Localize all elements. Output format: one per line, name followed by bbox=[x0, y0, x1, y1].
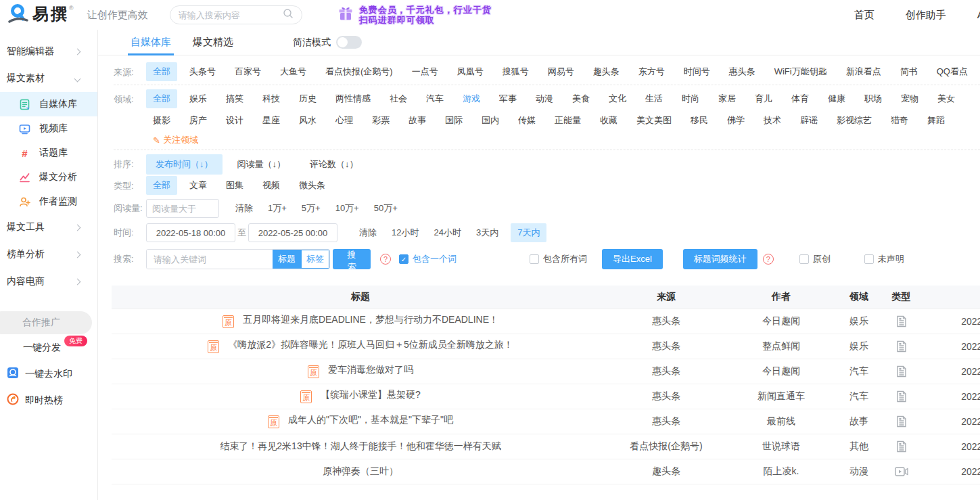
tab-viral-selection[interactable]: 爆文精选 bbox=[193, 30, 233, 55]
sort-option[interactable]: 发布时间（↓） bbox=[146, 154, 223, 175]
table-row[interactable]: 原 【缤瑞小课堂】悬架硬? 惠头条 新闻直通车 汽车 bbox=[112, 384, 980, 409]
article-title[interactable]: 爱车消毒您做对了吗 bbox=[328, 364, 413, 375]
logo[interactable]: 易撰 ® bbox=[8, 3, 74, 26]
source-option[interactable]: 全部 bbox=[146, 62, 177, 81]
article-author[interactable]: 世说球语 bbox=[727, 434, 835, 459]
domain-option[interactable]: 星座 bbox=[256, 111, 287, 130]
sidebar-item-content-ecommerce[interactable]: 内容电商 bbox=[0, 268, 97, 295]
domain-option[interactable]: 移民 bbox=[684, 111, 715, 130]
source-option[interactable]: 时间号 bbox=[677, 62, 717, 81]
source-option[interactable]: 趣头条 bbox=[586, 62, 626, 81]
domain-option[interactable]: 传媒 bbox=[511, 111, 542, 130]
domain-option[interactable]: 文化 bbox=[602, 89, 633, 108]
article-title[interactable]: 《嗨放派2》拟阵容曝光！原班人马回归＋5位新成员全新嗨放之旅！ bbox=[228, 339, 513, 350]
sidebar-item-one-key-distribute[interactable]: 一键分发 免费 bbox=[0, 334, 97, 361]
sidebar-item-viral-analysis[interactable]: 爆文分析 bbox=[0, 165, 97, 189]
domain-option[interactable]: 时尚 bbox=[675, 89, 706, 108]
search-by-tag-button[interactable]: 标签 bbox=[301, 250, 329, 269]
time-quick-link[interactable]: 7天内 bbox=[511, 223, 546, 242]
domain-option[interactable]: 家居 bbox=[711, 89, 743, 108]
domain-option[interactable]: 彩票 bbox=[365, 111, 396, 130]
sidebar-item-ranking-analysis[interactable]: 榜单分析 bbox=[0, 241, 97, 268]
article-title[interactable]: 成年人的"下次吧"，基本就是"下辈子"吧 bbox=[288, 414, 453, 425]
title-word-frequency-button[interactable]: 标题词频统计 bbox=[683, 249, 757, 269]
domain-option[interactable]: 职场 bbox=[858, 89, 889, 108]
source-option[interactable]: 一点号 bbox=[405, 62, 445, 81]
reads-quick-link[interactable]: 50万+ bbox=[371, 199, 400, 218]
article-author[interactable]: 今日趣闻 bbox=[727, 309, 835, 334]
domain-option[interactable]: 汽车 bbox=[419, 89, 450, 108]
follow-domain-link[interactable]: ✎ 关注领域 bbox=[153, 134, 980, 146]
sidebar-item-viral-material[interactable]: 爆文素材 bbox=[0, 65, 97, 92]
domain-option[interactable]: 国内 bbox=[475, 111, 506, 130]
source-option[interactable]: 凤凰号 bbox=[450, 62, 490, 81]
time-quick-link[interactable]: 24小时 bbox=[431, 223, 463, 242]
source-option[interactable]: WiFi万能钥匙 bbox=[768, 62, 834, 81]
domain-option[interactable]: 舞蹈 bbox=[920, 111, 952, 130]
tab-media-library[interactable]: 自媒体库 bbox=[131, 30, 171, 55]
reads-quick-link[interactable]: 10万+ bbox=[333, 199, 362, 218]
export-excel-button[interactable]: 导出Excel bbox=[602, 249, 663, 269]
sort-option[interactable]: 阅读量（↓） bbox=[228, 154, 296, 175]
domain-option[interactable]: 科技 bbox=[256, 89, 287, 108]
domain-option[interactable]: 佛学 bbox=[720, 111, 751, 130]
time-quick-link[interactable]: 3天内 bbox=[473, 223, 501, 242]
sidebar-item-watermark-remover[interactable]: 一键去水印 bbox=[0, 361, 97, 387]
article-title[interactable]: 原神弹奏（三叶） bbox=[323, 465, 398, 476]
header-search-input[interactable] bbox=[179, 10, 283, 20]
article-title[interactable]: 五月即将迎来月底DEADLINE，梦想与行动力不DEADLINE！ bbox=[243, 314, 498, 325]
domain-option[interactable]: 收藏 bbox=[593, 111, 624, 130]
article-author[interactable]: 最前线 bbox=[727, 409, 835, 434]
domain-option[interactable]: 历史 bbox=[292, 89, 323, 108]
table-row[interactable]: 原 《嗨放派2》拟阵容曝光！原班人马回归＋5位新成员全新嗨放之旅！ 惠头条 整点… bbox=[112, 334, 980, 359]
type-option[interactable]: 图集 bbox=[219, 176, 250, 195]
article-author[interactable]: 今日趣闻 bbox=[727, 359, 835, 384]
source-option[interactable]: 网易号 bbox=[541, 62, 581, 81]
source-option[interactable]: 百家号 bbox=[228, 62, 268, 81]
simple-mode-toggle[interactable] bbox=[336, 36, 362, 49]
contains-one-word-checkbox[interactable]: ✓ 包含一个词 bbox=[399, 253, 457, 265]
domain-option[interactable]: 摄影 bbox=[146, 111, 177, 130]
domain-option[interactable]: 两性情感 bbox=[329, 89, 377, 108]
domain-option[interactable]: 美女 bbox=[931, 89, 962, 108]
domain-option[interactable]: 生活 bbox=[638, 89, 670, 108]
help-icon[interactable]: ? bbox=[763, 254, 774, 265]
domain-option[interactable]: 美文美图 bbox=[630, 111, 678, 130]
domain-option[interactable]: 社会 bbox=[383, 89, 414, 108]
article-title[interactable]: 【缤瑞小课堂】悬架硬? bbox=[321, 389, 421, 400]
domain-option[interactable]: 搞笑 bbox=[219, 89, 250, 108]
time-quick-link[interactable]: 12小时 bbox=[389, 223, 421, 242]
sidebar-item-topic-library[interactable]: # 话题库 bbox=[0, 141, 97, 165]
reads-quick-link[interactable]: 5万+ bbox=[299, 199, 323, 218]
reads-quick-link[interactable]: 1万+ bbox=[265, 199, 289, 218]
table-row[interactable]: 原 结束了！再见2米13中锋！湖人终于能接手！他和霍华德一样有天赋 看点快报(企… bbox=[112, 434, 980, 459]
domain-option[interactable]: 国际 bbox=[438, 111, 469, 130]
type-option[interactable]: 视频 bbox=[256, 176, 287, 195]
source-option[interactable]: QQ看点 bbox=[930, 62, 975, 81]
contains-all-words-checkbox[interactable]: 包含所有词 bbox=[530, 253, 587, 265]
original-checkbox[interactable]: 原创 bbox=[799, 253, 831, 265]
nav-creation-assistant[interactable]: 创作助手 bbox=[906, 9, 946, 22]
domain-option[interactable]: 辟谣 bbox=[793, 111, 824, 130]
domain-option[interactable]: 健康 bbox=[821, 89, 852, 108]
domain-option[interactable]: 娱乐 bbox=[183, 89, 214, 108]
keyword-input[interactable] bbox=[147, 250, 273, 269]
domain-option[interactable]: 全部 bbox=[146, 89, 177, 108]
sidebar-item-viral-tools[interactable]: 爆文工具 bbox=[0, 214, 97, 241]
help-icon[interactable]: ? bbox=[380, 254, 391, 265]
source-option[interactable]: 简书 bbox=[893, 62, 925, 81]
source-option[interactable]: 惠头条 bbox=[722, 62, 762, 81]
time-quick-link[interactable]: 清除 bbox=[356, 223, 379, 242]
type-option[interactable]: 全部 bbox=[146, 176, 177, 195]
promo-banner[interactable]: 免费会员，千元礼包，行业干货 扫码进群即可领取 bbox=[337, 5, 492, 25]
source-option[interactable]: 搜狐号 bbox=[496, 62, 536, 81]
domain-option[interactable]: 游戏 bbox=[456, 89, 487, 108]
sidebar-item-realtime-hotlist[interactable]: 即时热榜 bbox=[0, 387, 97, 413]
domain-option[interactable]: 技术 bbox=[757, 111, 788, 130]
domain-option[interactable]: 美食 bbox=[565, 89, 597, 108]
search-icon[interactable] bbox=[283, 8, 294, 22]
table-row[interactable]: 原 成年人的"下次吧"，基本就是"下辈子"吧 惠头条 最前线 故事 bbox=[112, 409, 980, 434]
domain-option[interactable]: 风水 bbox=[292, 111, 323, 130]
table-row[interactable]: 原 五月即将迎来月底DEADLINE，梦想与行动力不DEADLINE！ 惠头条 … bbox=[112, 309, 980, 334]
reads-threshold-input[interactable] bbox=[146, 199, 219, 218]
